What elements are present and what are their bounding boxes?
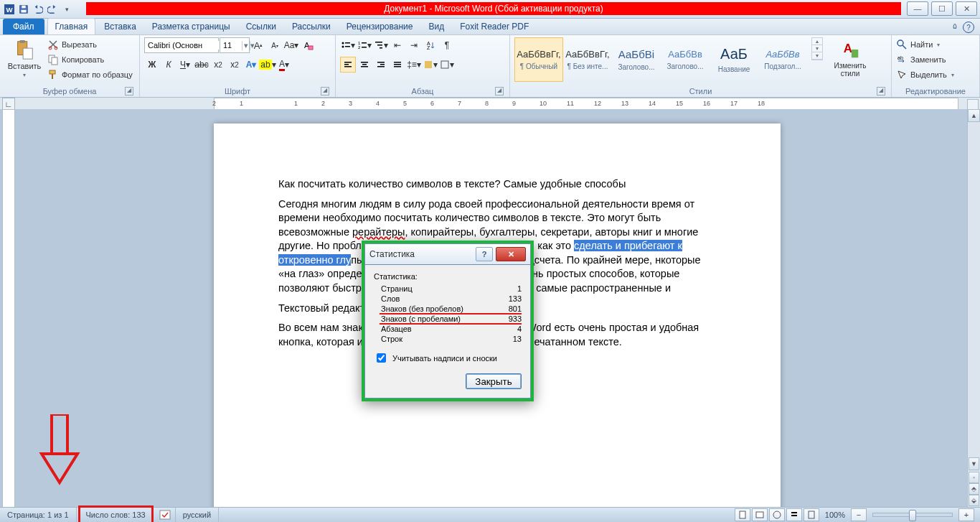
view-outline-button[interactable]: [786, 508, 802, 521]
select-button[interactable]: Выделить▾: [896, 67, 954, 82]
styles-more-icon[interactable]: ▾: [812, 52, 822, 60]
numbering-button[interactable]: 12▾: [357, 37, 372, 53]
cut-button[interactable]: Вырезать: [47, 37, 133, 52]
tab-view[interactable]: Вид: [421, 19, 451, 34]
styles-dialog-launcher[interactable]: ◢: [877, 87, 885, 95]
tab-references[interactable]: Ссылки: [239, 19, 283, 34]
zoom-level[interactable]: 100%: [825, 511, 845, 519]
text-effects-button[interactable]: A▾: [243, 57, 259, 73]
minimize-button[interactable]: —: [907, 1, 928, 16]
align-center-button[interactable]: [357, 57, 372, 73]
clipboard-dialog-launcher[interactable]: ◢: [125, 87, 133, 95]
align-left-button[interactable]: [340, 57, 356, 73]
change-styles-button[interactable]: A Изменить стили: [826, 37, 875, 79]
status-language[interactable]: русский: [176, 508, 219, 522]
dialog-close-action-button[interactable]: Закрыть: [466, 373, 522, 389]
tab-insert[interactable]: Вставка: [97, 19, 143, 34]
status-proofing-icon[interactable]: [155, 508, 176, 522]
zoom-slider[interactable]: [872, 513, 953, 517]
vertical-scrollbar[interactable]: ▲ ▼ ◦ ⬘ ⬙: [967, 109, 980, 508]
format-painter-button[interactable]: Формат по образцу: [47, 67, 133, 82]
superscript-button[interactable]: x2: [227, 57, 242, 73]
grow-font-button[interactable]: A▴: [250, 37, 266, 53]
strikethrough-button[interactable]: abc: [194, 57, 209, 73]
style-heading2[interactable]: АаБбВвЗаголово...: [661, 37, 710, 82]
replace-button[interactable]: abЗаменить: [896, 52, 954, 67]
styles-down-icon[interactable]: ▾: [812, 45, 822, 52]
tab-review[interactable]: Рецензирование: [339, 19, 420, 34]
redo-icon[interactable]: [46, 3, 59, 16]
borders-button[interactable]: ▾: [439, 57, 455, 73]
show-marks-button[interactable]: ¶: [439, 37, 455, 53]
sort-button[interactable]: AZ: [423, 37, 438, 53]
chevron-down-icon[interactable]: ▾: [242, 41, 249, 50]
multilevel-list-button[interactable]: ▾: [373, 37, 389, 53]
decrease-indent-button[interactable]: ⇤: [390, 37, 405, 53]
zoom-in-button[interactable]: +: [958, 508, 974, 521]
highlight-button[interactable]: ab▾: [260, 57, 275, 73]
subscript-button[interactable]: x2: [210, 57, 226, 73]
status-page[interactable]: Страница: 1 из 1: [0, 508, 77, 522]
italic-button[interactable]: К: [161, 57, 176, 73]
dialog-close-button[interactable]: ✕: [496, 247, 526, 261]
change-case-button[interactable]: Aa▾: [283, 37, 299, 53]
tab-home[interactable]: Главная: [47, 18, 96, 34]
dialog-titlebar[interactable]: Статистика ? ✕: [364, 243, 531, 265]
view-draft-button[interactable]: [804, 508, 819, 521]
shrink-font-button[interactable]: A▾: [267, 37, 283, 53]
view-print-layout-button[interactable]: [735, 508, 750, 521]
clear-formatting-button[interactable]: A: [300, 37, 316, 53]
tab-foxit[interactable]: Foxit Reader PDF: [453, 19, 536, 34]
styles-scroll[interactable]: ▴▾▾: [811, 37, 823, 60]
next-page-icon[interactable]: ⬙: [969, 495, 979, 506]
font-dialog-launcher[interactable]: ◢: [321, 87, 329, 95]
style-title[interactable]: АаБНазвание: [710, 37, 758, 82]
bold-button[interactable]: Ж: [144, 57, 160, 73]
bullets-button[interactable]: ▾: [340, 37, 356, 53]
tab-page-layout[interactable]: Разметка страницы: [145, 19, 237, 34]
word-app-icon[interactable]: W: [3, 3, 16, 16]
style-no-spacing[interactable]: АаБбВвГг,¶ Без инте...: [563, 37, 612, 82]
vertical-ruler[interactable]: [2, 109, 15, 508]
justify-button[interactable]: [390, 57, 405, 73]
minimize-ribbon-icon[interactable]: ۵: [953, 22, 957, 33]
maximize-button[interactable]: ☐: [931, 1, 953, 16]
underline-button[interactable]: Ч▾: [177, 57, 193, 73]
styles-up-icon[interactable]: ▴: [812, 38, 822, 45]
prev-page-icon[interactable]: ⬘: [969, 483, 979, 495]
help-icon[interactable]: ?: [963, 22, 974, 33]
style-normal[interactable]: АаБбВвГг,¶ Обычный: [514, 37, 563, 82]
include-textboxes-checkbox[interactable]: Учитывать надписи и сноски: [374, 351, 522, 365]
copy-button[interactable]: Копировать: [47, 52, 133, 67]
qat-customize-icon[interactable]: ▾: [60, 3, 73, 16]
tab-file[interactable]: Файл: [3, 19, 44, 34]
view-fullscreen-button[interactable]: [752, 508, 768, 521]
view-web-button[interactable]: [769, 508, 785, 521]
dialog-help-button[interactable]: ?: [476, 247, 493, 261]
status-word-count[interactable]: Число слов: 133: [78, 505, 154, 522]
checkbox-input[interactable]: [377, 353, 386, 363]
increase-indent-button[interactable]: ⇥: [406, 37, 422, 53]
scroll-down-icon[interactable]: ▼: [969, 457, 979, 470]
undo-icon[interactable]: [32, 3, 44, 16]
line-spacing-button[interactable]: ‡≡▾: [406, 57, 422, 73]
font-size-combo[interactable]: ▾: [220, 37, 250, 53]
paragraph-dialog-launcher[interactable]: ◢: [495, 87, 504, 95]
align-right-button[interactable]: [373, 57, 389, 73]
browse-object-icon[interactable]: ◦: [969, 472, 979, 483]
save-icon[interactable]: [17, 3, 30, 16]
shading-button[interactable]: ▾: [423, 57, 438, 73]
zoom-thumb[interactable]: [909, 510, 916, 521]
tab-mailings[interactable]: Рассылки: [285, 19, 338, 34]
styles-gallery[interactable]: АаБбВвГг,¶ Обычный АаБбВвГг,¶ Без инте..…: [514, 37, 807, 82]
font-size-input[interactable]: [220, 41, 242, 50]
paste-button[interactable]: Вставить ▾: [4, 37, 44, 80]
style-subtitle[interactable]: АаБбВвПодзагол...: [758, 37, 807, 82]
style-heading1[interactable]: АаБбВіЗаголово...: [612, 37, 661, 82]
font-color-button[interactable]: A▾: [276, 57, 292, 73]
font-name-combo[interactable]: ▾: [144, 37, 219, 53]
scroll-up-icon[interactable]: ▲: [968, 109, 980, 122]
close-window-button[interactable]: ✕: [956, 1, 977, 16]
zoom-out-button[interactable]: −: [851, 508, 867, 521]
find-button[interactable]: Найти▾: [896, 37, 954, 52]
